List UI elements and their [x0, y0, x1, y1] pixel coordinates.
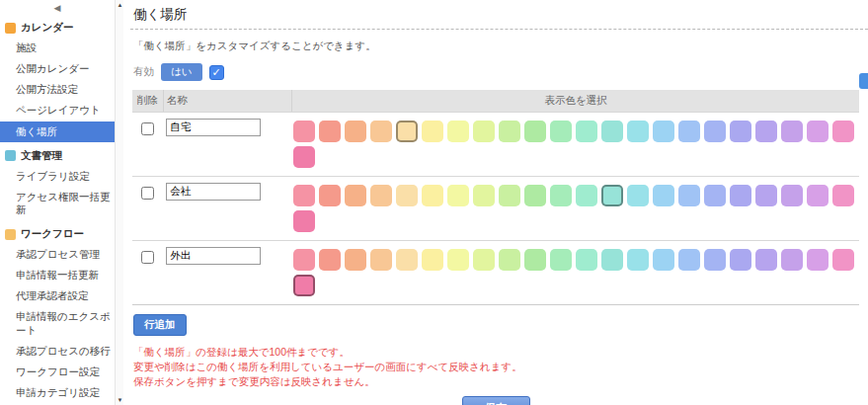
color-swatch[interactable]	[730, 249, 751, 271]
color-swatch[interactable]	[524, 121, 546, 142]
color-swatch[interactable]	[473, 249, 495, 271]
color-swatch[interactable]	[653, 249, 674, 271]
sidebar-item[interactable]: ライブラリ設定	[0, 166, 115, 187]
color-swatch[interactable]	[524, 249, 546, 271]
color-swatch[interactable]	[704, 121, 726, 142]
color-swatch[interactable]	[499, 185, 520, 206]
color-swatch[interactable]	[422, 249, 443, 271]
color-swatch[interactable]	[396, 249, 418, 271]
color-swatch[interactable]	[832, 121, 854, 142]
sidebar-item[interactable]: ページレイアウト	[0, 100, 115, 121]
sidebar-item[interactable]: 働く場所	[0, 122, 115, 142]
color-swatch[interactable]	[550, 185, 572, 206]
color-swatch[interactable]	[755, 185, 777, 206]
color-swatch[interactable]	[345, 249, 366, 271]
color-swatch[interactable]	[678, 185, 700, 206]
color-swatch[interactable]	[550, 121, 572, 142]
color-swatch[interactable]	[576, 249, 597, 271]
scroll-down-icon[interactable]: ▼	[116, 397, 124, 403]
page-title: 働く場所	[132, 3, 859, 29]
sidebar-item[interactable]: ワークフロー設定	[0, 362, 115, 382]
sidebar-item[interactable]: 代理承認者設定	[0, 285, 115, 306]
color-swatch[interactable]	[730, 121, 751, 142]
color-swatch[interactable]	[755, 121, 777, 142]
add-row-button[interactable]: 行追加	[133, 314, 187, 336]
location-name-input[interactable]	[166, 183, 261, 201]
color-swatch[interactable]	[319, 249, 341, 271]
color-swatch[interactable]	[473, 185, 495, 206]
color-swatch[interactable]	[499, 249, 520, 271]
color-swatch[interactable]	[293, 121, 315, 142]
color-swatch[interactable]	[293, 210, 315, 232]
sidebar-item[interactable]: 公開方法設定	[0, 79, 115, 100]
delete-checkbox[interactable]	[141, 187, 154, 200]
color-swatch[interactable]	[807, 249, 829, 271]
color-swatch[interactable]	[627, 249, 649, 271]
sidebar-item[interactable]: 承認プロセス管理	[0, 244, 115, 265]
color-swatch[interactable]	[293, 185, 315, 206]
color-swatch[interactable]	[807, 121, 829, 142]
sidebar-scrollbar[interactable]: ▲ ▼	[115, 0, 123, 405]
color-swatch[interactable]	[601, 121, 623, 142]
sidebar-item[interactable]: アクセス権限一括更新	[0, 187, 115, 220]
color-swatch[interactable]	[832, 185, 854, 206]
color-swatch[interactable]	[345, 121, 366, 142]
color-swatch[interactable]	[499, 121, 520, 142]
color-swatch[interactable]	[704, 185, 726, 206]
color-swatch[interactable]	[730, 185, 751, 206]
save-button[interactable]: 保存	[462, 396, 530, 405]
color-swatch[interactable]	[781, 185, 803, 206]
color-swatch[interactable]	[447, 121, 469, 142]
color-swatch[interactable]	[576, 121, 597, 142]
panel-edge-button[interactable]	[859, 73, 868, 89]
sidebar-item[interactable]: 申請情報のエクスポート	[0, 306, 115, 340]
color-swatch[interactable]	[832, 249, 854, 271]
color-swatch[interactable]	[422, 121, 443, 142]
sidebar-item[interactable]: 申請カテゴリ設定	[0, 382, 115, 403]
color-swatch[interactable]	[396, 185, 418, 206]
color-swatch[interactable]	[293, 275, 315, 296]
color-swatch[interactable]	[319, 121, 341, 142]
color-swatch[interactable]	[370, 249, 392, 271]
color-swatch[interactable]	[704, 249, 726, 271]
color-swatch[interactable]	[653, 185, 674, 206]
color-swatch[interactable]	[601, 249, 623, 271]
color-swatch[interactable]	[653, 121, 674, 142]
color-swatch[interactable]	[345, 185, 366, 206]
delete-checkbox[interactable]	[141, 122, 154, 135]
color-swatch[interactable]	[627, 121, 649, 142]
color-swatch[interactable]	[293, 146, 315, 168]
color-swatch[interactable]	[422, 185, 443, 206]
collapse-sidebar-icon[interactable]: ◀	[0, 0, 115, 14]
sidebar-section-header: 文書管理	[0, 142, 115, 166]
location-name-input[interactable]	[166, 247, 261, 265]
enabled-yes-button[interactable]: はい	[161, 63, 202, 81]
color-swatch[interactable]	[319, 185, 341, 206]
delete-checkbox[interactable]	[141, 251, 154, 264]
color-swatch[interactable]	[447, 185, 469, 206]
color-swatch[interactable]	[678, 249, 700, 271]
color-swatch[interactable]	[678, 121, 700, 142]
color-swatch[interactable]	[370, 185, 392, 206]
color-swatch[interactable]	[447, 249, 469, 271]
color-swatch[interactable]	[755, 249, 777, 271]
color-swatch[interactable]	[396, 121, 418, 142]
enabled-checkbox[interactable]: ✓	[209, 65, 224, 80]
color-swatch[interactable]	[781, 249, 803, 271]
color-swatch[interactable]	[524, 185, 546, 206]
color-swatch[interactable]	[601, 185, 623, 206]
sidebar-item[interactable]: 申請情報一括更新	[0, 265, 115, 285]
color-swatch[interactable]	[807, 185, 829, 206]
sidebar-item[interactable]: 施設	[0, 38, 115, 58]
color-swatch[interactable]	[293, 249, 315, 271]
sidebar-item[interactable]: 公開カレンダー	[0, 58, 115, 79]
color-swatch[interactable]	[550, 249, 572, 271]
color-swatch[interactable]	[627, 185, 649, 206]
scroll-up-icon[interactable]: ▲	[116, 2, 124, 8]
location-name-input[interactable]	[166, 119, 261, 136]
sidebar-item[interactable]: 承認プロセスの移行	[0, 341, 115, 362]
color-swatch[interactable]	[576, 185, 597, 206]
color-swatch[interactable]	[473, 121, 495, 142]
color-swatch[interactable]	[781, 121, 803, 142]
color-swatch[interactable]	[370, 121, 392, 142]
